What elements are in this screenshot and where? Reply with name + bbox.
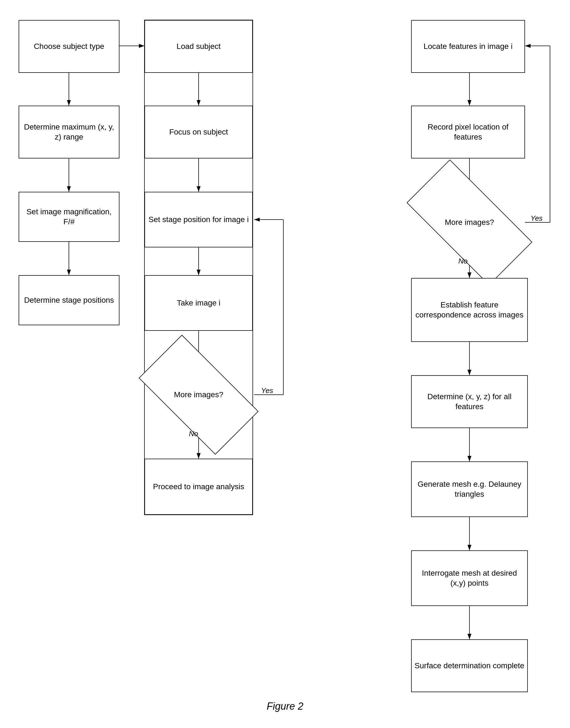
box-surface-determination: Surface determination complete (411, 639, 528, 692)
label-yes-col3: Yes (531, 214, 543, 223)
box-determine-max: Determine maximum (x, y, z) range (19, 106, 119, 158)
box-take-image: Take image i (145, 275, 253, 331)
box-proceed: Proceed to image analysis (145, 459, 253, 515)
diagram-container: Choose subject type Determine maximum (x… (0, 0, 570, 728)
box-set-image-mag: Set image magnification, F/# (19, 192, 119, 242)
figure-caption: Figure 2 (230, 701, 340, 712)
box-record-pixel: Record pixel location of features (411, 106, 525, 158)
box-set-stage: Set stage position for image i (145, 192, 253, 247)
label-no-col2: No (189, 429, 198, 438)
box-generate-mesh: Generate mesh e.g. Delauney triangles (411, 462, 528, 517)
box-choose-subject: Choose subject type (19, 20, 119, 73)
diamond-more-images-col2: More images? (145, 364, 253, 425)
box-interrogate-mesh: Interrogate mesh at desired (x,y) points (411, 550, 528, 606)
box-establish-correspondence: Establish feature correspondence across … (411, 278, 528, 342)
box-load-subject: Load subject (145, 20, 253, 73)
box-locate-features: Locate features in image i (411, 20, 525, 73)
box-determine-stage: Determine stage positions (19, 275, 119, 325)
svg-rect-23 (145, 20, 253, 515)
box-determine-xyz: Determine (x, y, z) for all features (411, 375, 528, 428)
diamond-more-images-col3: More images? (411, 192, 528, 253)
label-yes-col2: Yes (261, 386, 273, 395)
box-focus-subject: Focus on subject (145, 106, 253, 158)
label-no-col3: No (458, 257, 468, 265)
